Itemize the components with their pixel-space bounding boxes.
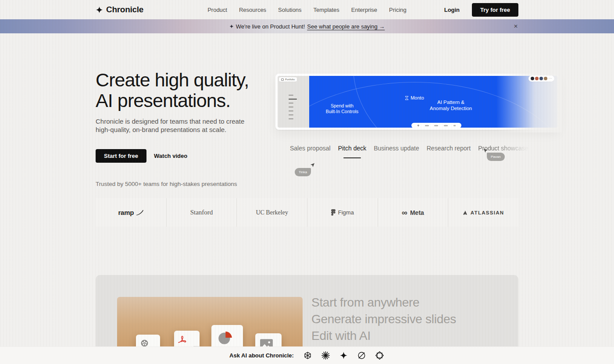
avatar xyxy=(544,77,547,80)
feature-step: Generate impressive slides xyxy=(311,311,456,328)
logo-meta: ∞ Meta xyxy=(378,198,448,227)
hero-title: Create high quality, AI presentations. xyxy=(96,70,249,111)
brand-logo[interactable]: Chronicle xyxy=(96,0,143,19)
atlassian-icon xyxy=(463,210,468,215)
preview-portfolio-tab: Portfolio xyxy=(279,77,297,82)
cursor-tinka: Tinka xyxy=(295,167,311,175)
slide-floating-toolbar xyxy=(411,123,461,128)
ramp-swoosh-icon xyxy=(136,210,143,215)
meta-infinity-icon: ∞ xyxy=(402,211,407,215)
cursor-arrow-icon xyxy=(310,163,314,168)
trust-text: Trusted by 5000+ teams for high-stakes p… xyxy=(96,181,237,187)
watch-video-button[interactable]: Watch video xyxy=(154,153,187,159)
presentation-preview-window: Portfolio Monto Spend with Built-In Cont… xyxy=(275,74,560,130)
logo-ramp: ramp xyxy=(96,198,166,227)
nav-item-product[interactable]: Product xyxy=(207,7,227,13)
collaborator-avatar-group: ⋯ xyxy=(528,75,554,82)
nav-item-pricing[interactable]: Pricing xyxy=(389,7,407,13)
hero-subtitle: Chronicle is designed for teams that nee… xyxy=(96,117,260,134)
avatar xyxy=(531,77,534,80)
feature-step: Edit with AI xyxy=(311,328,456,344)
banner-text: We're live on Product Hunt! xyxy=(236,23,305,30)
logo-stanford: Stanford xyxy=(166,198,237,227)
top-nav: Chronicle Product Resources Solutions Te… xyxy=(0,0,614,19)
sparkle-star-icon[interactable] xyxy=(339,351,349,360)
start-for-free-button[interactable]: Start for free xyxy=(96,149,146,163)
nav-menu: Product Resources Solutions Templates En… xyxy=(207,0,407,19)
feature-step-list: Start from anywhere Generate impressive … xyxy=(311,294,456,344)
nav-item-resources[interactable]: Resources xyxy=(239,7,266,13)
feature-section: Start from anywhere Generate impressive … xyxy=(96,275,518,356)
hourglass-icon xyxy=(405,96,409,100)
cursor-name-pill: Tinka xyxy=(295,168,311,176)
banner-close-icon[interactable]: ✕ xyxy=(514,23,518,29)
feature-step: Start from anywhere xyxy=(311,294,456,311)
grid-icon xyxy=(281,79,284,81)
logo-atlassian: ATLASSIAN xyxy=(448,198,518,227)
plus-icon xyxy=(417,125,419,127)
slide-left-caption: Spend with Built-In Controls xyxy=(314,103,370,114)
hero-title-line2: AI presentations. xyxy=(96,90,230,111)
hero-cta-row: Start for free Watch video xyxy=(96,149,187,163)
cursor-name-pill: Pavan xyxy=(487,153,505,161)
ask-ai-label: Ask AI about Chronicle: xyxy=(229,352,294,359)
nav-right: Login Try for free xyxy=(444,0,518,19)
avatar xyxy=(539,77,543,80)
logo-uc-berkeley: UC Berkeley xyxy=(236,198,307,227)
tab-business-update[interactable]: Business update xyxy=(374,145,419,158)
grok-circle-slash-icon[interactable] xyxy=(357,351,367,360)
nav-item-templates[interactable]: Templates xyxy=(314,7,339,13)
brand-name: Chronicle xyxy=(106,5,143,14)
claude-burst-icon[interactable] xyxy=(321,351,331,360)
preview-slide-sidebar: Portfolio xyxy=(278,76,309,128)
hero-title-line1: Create high quality, xyxy=(96,69,249,90)
preview-slide-canvas: Monto Spend with Built-In Controls AI Pa… xyxy=(309,76,557,128)
banner-link[interactable]: See what people are saying → xyxy=(307,23,385,30)
tab-pitch-deck[interactable]: Pitch deck xyxy=(338,145,367,158)
banner-sparkle-icon xyxy=(229,24,234,29)
announcement-banner: We're live on Product Hunt! See what peo… xyxy=(0,19,614,33)
logo-figma: Figma xyxy=(307,198,378,227)
tab-research-report[interactable]: Research report xyxy=(427,145,471,158)
customer-logo-row: ramp Stanford UC Berkeley Figma ∞ Meta A… xyxy=(96,198,518,227)
tab-sales-proposal[interactable]: Sales proposal xyxy=(290,145,331,158)
chronicle-landing-page: Chronicle Product Resources Solutions Te… xyxy=(0,0,614,364)
nav-item-enterprise[interactable]: Enterprise xyxy=(351,7,377,13)
slide-thumbnail-list xyxy=(289,95,297,119)
cursor-arrow-icon xyxy=(484,149,488,153)
login-link[interactable]: Login xyxy=(444,7,460,13)
nav-item-solutions[interactable]: Solutions xyxy=(278,7,301,13)
avatar xyxy=(535,77,539,80)
ask-ai-bar: Ask AI about Chronicle: xyxy=(0,346,614,364)
portfolio-label: Portfolio xyxy=(285,78,295,81)
cursor-pavan: Pavan xyxy=(487,152,505,160)
perplexity-icon[interactable] xyxy=(375,351,385,360)
more-avatars: ⋯ xyxy=(548,77,552,80)
slide-right-caption: AI Pattern & Anomaly Detection xyxy=(419,99,483,111)
openai-icon[interactable] xyxy=(303,351,313,360)
ellipsis-icon xyxy=(453,125,456,126)
chronicle-sparkle-icon xyxy=(96,6,103,14)
figma-icon xyxy=(331,209,336,216)
try-for-free-button[interactable]: Try for free xyxy=(472,3,518,17)
